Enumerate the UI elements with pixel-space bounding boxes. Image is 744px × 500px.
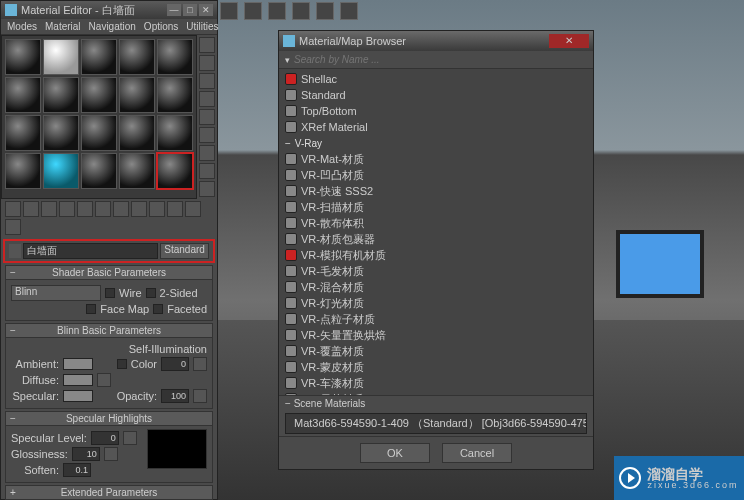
window-title: Material/Map Browser bbox=[299, 35, 406, 47]
browser-titlebar[interactable]: Material/Map Browser ✕ bbox=[279, 31, 593, 51]
material-slot[interactable] bbox=[119, 77, 155, 113]
scene-materials-group[interactable]: Scene Materials bbox=[279, 395, 593, 411]
spec-level-map-button[interactable] bbox=[123, 431, 137, 445]
material-slot[interactable] bbox=[43, 115, 79, 151]
material-slot[interactable] bbox=[157, 115, 193, 151]
menu-modes[interactable]: Modes bbox=[7, 21, 37, 32]
show-map-icon[interactable] bbox=[149, 201, 165, 217]
assign-to-selection-icon[interactable] bbox=[41, 201, 57, 217]
material-slot[interactable] bbox=[43, 153, 79, 189]
spec-level-spinner[interactable]: 0 bbox=[91, 431, 119, 445]
two-sided-checkbox[interactable] bbox=[146, 288, 156, 298]
backlight-icon[interactable] bbox=[199, 55, 215, 71]
toolbar-icon[interactable] bbox=[220, 2, 238, 20]
pick-material-icon[interactable] bbox=[9, 244, 21, 258]
material-slot[interactable] bbox=[119, 115, 155, 151]
material-list[interactable]: Shellac Standard Top/Bottom XRef Materia… bbox=[279, 69, 593, 395]
material-editor-titlebar[interactable]: Material Editor - 白墙面 — □ ✕ bbox=[1, 1, 217, 19]
material-slot[interactable] bbox=[81, 153, 117, 189]
diffuse-swatch[interactable] bbox=[63, 374, 93, 386]
sample-type-icon[interactable] bbox=[199, 37, 215, 53]
minimize-button[interactable]: — bbox=[167, 4, 181, 16]
video-check-icon[interactable] bbox=[199, 109, 215, 125]
ok-button[interactable]: OK bbox=[360, 443, 430, 463]
menu-navigation[interactable]: Navigation bbox=[89, 21, 136, 32]
shader-combo[interactable]: Blinn bbox=[11, 285, 101, 301]
menu-utilities[interactable]: Utilities bbox=[186, 21, 218, 32]
go-parent-icon[interactable] bbox=[185, 201, 201, 217]
preview-icon[interactable] bbox=[199, 127, 215, 143]
self-illum-color-checkbox[interactable] bbox=[117, 359, 127, 369]
material-slot[interactable] bbox=[157, 77, 193, 113]
specular-swatch[interactable] bbox=[63, 390, 93, 402]
opacity-spinner[interactable]: 100 bbox=[161, 389, 189, 403]
sample-uv-icon[interactable] bbox=[199, 91, 215, 107]
reset-map-icon[interactable] bbox=[59, 201, 75, 217]
soften-spinner[interactable]: 0.1 bbox=[63, 463, 91, 477]
material-type-button[interactable]: Standard bbox=[160, 243, 209, 259]
opacity-map-button[interactable] bbox=[193, 389, 207, 403]
rollout-extended-parameters[interactable]: Extended Parameters bbox=[5, 485, 213, 500]
toolbar-icon[interactable] bbox=[316, 2, 334, 20]
close-button[interactable]: ✕ bbox=[549, 34, 589, 48]
gloss-map-button[interactable] bbox=[104, 447, 118, 461]
go-forward-icon[interactable] bbox=[5, 219, 21, 235]
material-slot[interactable] bbox=[119, 39, 155, 75]
material-slot[interactable] bbox=[157, 39, 193, 75]
toolbar-icon[interactable] bbox=[292, 2, 310, 20]
toolbar-icon[interactable] bbox=[268, 2, 286, 20]
material-slot[interactable] bbox=[81, 115, 117, 151]
ambient-label: Ambient: bbox=[11, 358, 59, 370]
list-item: VR-雪花材质 bbox=[279, 391, 593, 395]
material-map-navigator-icon[interactable] bbox=[199, 181, 215, 197]
material-id-icon[interactable] bbox=[131, 201, 147, 217]
list-group-vray[interactable]: V-Ray bbox=[279, 135, 593, 151]
toolbar-icon[interactable] bbox=[244, 2, 262, 20]
self-illum-map-button[interactable] bbox=[193, 357, 207, 371]
material-slot[interactable] bbox=[5, 77, 41, 113]
material-slot[interactable] bbox=[43, 39, 79, 75]
cancel-button[interactable]: Cancel bbox=[442, 443, 512, 463]
material-slot[interactable] bbox=[81, 77, 117, 113]
material-name-input[interactable] bbox=[23, 243, 158, 259]
list-item: VR-材质包裹器 bbox=[279, 231, 593, 247]
menu-options[interactable]: Options bbox=[144, 21, 178, 32]
material-slot[interactable] bbox=[5, 153, 41, 189]
select-by-material-icon[interactable] bbox=[199, 163, 215, 179]
wire-checkbox[interactable] bbox=[105, 288, 115, 298]
opacity-label: Opacity: bbox=[117, 390, 157, 402]
scene-material-item[interactable]: Mat3d66-594590-1-409 （Standard） [Obj3d66… bbox=[285, 413, 587, 434]
show-end-result-icon[interactable] bbox=[167, 201, 183, 217]
watermark-logo: 溜溜自学 zixue.3d66.com bbox=[614, 456, 744, 500]
search-input[interactable] bbox=[294, 54, 587, 65]
list-item: VR-扫描材质 bbox=[279, 199, 593, 215]
self-illum-spinner[interactable]: 0 bbox=[161, 357, 189, 371]
options-icon[interactable] bbox=[199, 145, 215, 161]
put-to-scene-icon[interactable] bbox=[23, 201, 39, 217]
material-slot-selected[interactable] bbox=[157, 153, 193, 189]
material-slot[interactable] bbox=[5, 115, 41, 151]
material-swatch-icon bbox=[285, 217, 297, 229]
make-unique-icon[interactable] bbox=[95, 201, 111, 217]
background-icon[interactable] bbox=[199, 73, 215, 89]
gloss-spinner[interactable]: 10 bbox=[72, 447, 100, 461]
close-button[interactable]: ✕ bbox=[199, 4, 213, 16]
face-map-checkbox[interactable] bbox=[86, 304, 96, 314]
material-swatch-icon bbox=[285, 377, 297, 389]
rollout-header[interactable]: Blinn Basic Parameters bbox=[5, 323, 213, 338]
put-to-library-icon[interactable] bbox=[113, 201, 129, 217]
material-slot[interactable] bbox=[119, 153, 155, 189]
material-slot[interactable] bbox=[81, 39, 117, 75]
faceted-checkbox[interactable] bbox=[153, 304, 163, 314]
get-material-icon[interactable] bbox=[5, 201, 21, 217]
diffuse-map-button[interactable] bbox=[97, 373, 111, 387]
rollout-header[interactable]: Specular Highlights bbox=[5, 411, 213, 426]
material-slot[interactable] bbox=[5, 39, 41, 75]
ambient-swatch[interactable] bbox=[63, 358, 93, 370]
toolbar-icon[interactable] bbox=[340, 2, 358, 20]
maximize-button[interactable]: □ bbox=[183, 4, 197, 16]
menu-material[interactable]: Material bbox=[45, 21, 81, 32]
material-slot[interactable] bbox=[43, 77, 79, 113]
rollout-header[interactable]: Shader Basic Parameters bbox=[5, 265, 213, 280]
make-copy-icon[interactable] bbox=[77, 201, 93, 217]
